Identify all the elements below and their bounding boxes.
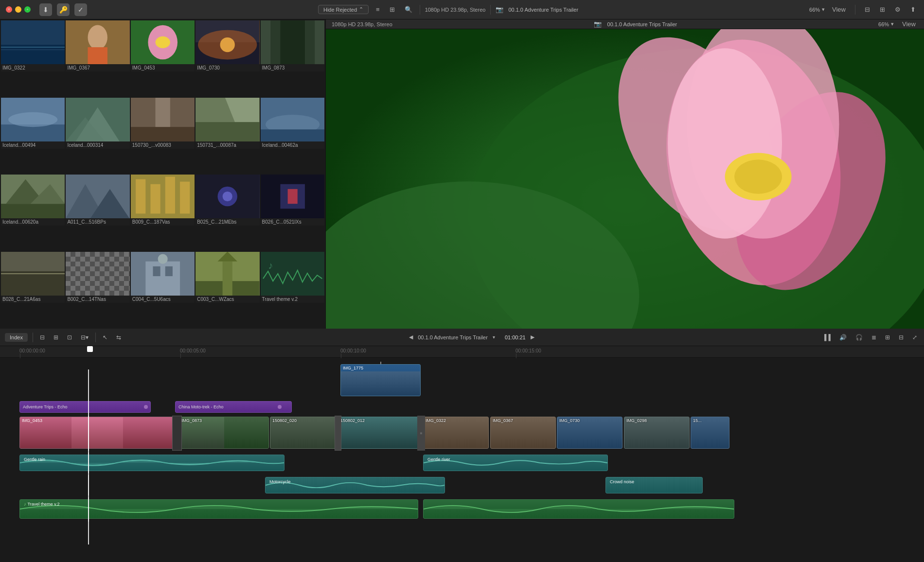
titlebar: ✕ − + ⬇ 🔑 ✓ Hide Rejected ⌃ ≡ ⊞ 🔍 1080p … [0, 0, 924, 19]
ruler-mark-2: 00:00:10:00 [340, 348, 366, 353]
layout-icon[interactable]: ⊞ [877, 5, 888, 14]
video-clip[interactable]: IMG_0453 [19, 417, 175, 449]
video-clip[interactable]: IMG_0873 [179, 417, 269, 449]
zoom-selector[interactable]: 66% ▾ [878, 21, 894, 27]
key-icon[interactable]: 🔑 [57, 3, 70, 16]
list-item[interactable]: B028_C...21A6as [1, 252, 65, 328]
list-item[interactable]: Iceland...00494 [1, 98, 65, 174]
tl-blade-button[interactable]: ⊞ [52, 333, 60, 342]
video-clip[interactable]: 150802_020 [270, 417, 338, 449]
list-item[interactable]: IMG_0730 [195, 20, 259, 97]
tl-nav-next[interactable]: ▶ [531, 334, 534, 340]
video-clip[interactable]: 150802_012 [338, 417, 423, 449]
connected-clip[interactable]: IMG_1775 [340, 364, 421, 396]
list-item[interactable]: Iceland...000314 [66, 98, 129, 174]
list-item[interactable]: B026_C...0521IXs [261, 175, 324, 251]
list-item[interactable]: Iceland...00620a [1, 175, 65, 251]
media-label: IMG_0730 [195, 64, 259, 71]
audio-clip[interactable]: Gentle river [423, 455, 608, 471]
tl-clip-button[interactable]: ⊟ [38, 333, 47, 342]
music-clip[interactable]: ♪ Travel theme v.2 [19, 499, 418, 519]
content-area: IMG_0322 IMG_0367 [0, 19, 924, 329]
zoom-control[interactable]: 66% ▾ [809, 6, 825, 13]
search-button[interactable]: 🔍 [402, 5, 415, 14]
tl-clip-view[interactable]: ⊞ [883, 333, 892, 342]
media-label: B025_C...21MEbs [195, 218, 259, 226]
media-label: B026_C...0521IXs [261, 218, 324, 226]
tl-select-button[interactable]: ↖ [101, 333, 109, 342]
tl-dropdown-button[interactable]: ⊟▾ [79, 333, 90, 342]
media-label: B002_C...14TNas [66, 296, 129, 303]
list-item[interactable]: Iceland...00462a [261, 98, 324, 174]
thumbnail [1, 20, 65, 64]
tl-arrow-button[interactable]: ⊡ [65, 333, 74, 342]
waveform-svg [20, 455, 284, 471]
list-item[interactable]: C004_C...5U6acs [131, 252, 195, 328]
list-item[interactable]: B002_C...14TNas [66, 252, 129, 328]
hide-rejected-label: Hide Rejected [323, 7, 357, 13]
svg-point-19 [8, 112, 57, 126]
tl-headphones[interactable]: 🎧 [853, 333, 865, 342]
tl-dropdown-icon[interactable]: ▾ [493, 334, 495, 340]
list-item[interactable]: IMG_0367 [66, 20, 129, 97]
dropdown-arrow: ⌃ [359, 6, 363, 13]
media-label: Iceland...00494 [1, 141, 65, 149]
connection-line [380, 362, 381, 364]
media-label: C004_C...5U6acs [131, 296, 195, 303]
video-clip[interactable]: IMG_0730 [557, 417, 622, 449]
clip[interactable]: China Moto-trek - Echo [175, 401, 292, 413]
list-item[interactable]: B009_C...187Vas [131, 175, 195, 251]
preview-content: Adventure Trips Live the dream ADVENTURE… [326, 29, 924, 329]
grid-icon[interactable]: ⊟ [862, 5, 872, 14]
thumbnail [66, 252, 129, 296]
audio-clip[interactable]: Crowd noise [605, 477, 703, 493]
music-clip[interactable] [423, 499, 734, 519]
list-item[interactable]: C003_C...WZacs [195, 252, 259, 328]
audio-above-track: Adventure Trips - Echo China Moto-trek -… [0, 399, 924, 415]
clip-label: Gentle rain [21, 456, 48, 463]
list-item[interactable]: 150731_...00087a [195, 98, 259, 174]
tl-trim-button[interactable]: ⇆ [114, 333, 123, 342]
list-item[interactable]: IMG_0873 [261, 20, 324, 97]
list-item[interactable]: IMG_0453 [131, 20, 195, 97]
clip-marker [144, 405, 148, 409]
clip-label: Adventure Trips - Echo [23, 404, 68, 409]
list-item[interactable]: 150730_...v00083 [131, 98, 195, 174]
audio-clip[interactable]: Motorcycle [265, 477, 445, 493]
maximize-button[interactable]: + [24, 6, 31, 13]
hide-rejected-button[interactable]: Hide Rejected ⌃ [318, 5, 369, 14]
share-icon[interactable]: ⬆ [908, 5, 918, 14]
check-icon[interactable]: ✓ [74, 3, 87, 16]
audio-track-2: Motorcycle Crowd noise [0, 475, 924, 495]
audio-clip[interactable]: Gentle rain [19, 455, 284, 471]
format-label: 1080p HD 23.98p, Stereo [332, 21, 392, 27]
list-item[interactable]: B025_C...21MEbs [195, 175, 259, 251]
minimize-button[interactable]: − [15, 6, 21, 13]
video-clip[interactable]: IMG_0298 [624, 417, 690, 449]
index-button[interactable]: Index [5, 333, 28, 342]
list-item[interactable]: ♪ Travel theme v.2 [261, 252, 324, 328]
tl-adjust[interactable]: ≣ [870, 333, 878, 342]
clip[interactable]: Adventure Trips - Echo [19, 401, 151, 413]
library-icon[interactable]: ⬇ [39, 3, 52, 16]
thumbnail [195, 175, 259, 218]
tl-audio-meter[interactable]: ▐▐ [820, 333, 833, 342]
video-clip[interactable]: 15... [691, 417, 729, 449]
list-view-button[interactable]: ≡ [373, 5, 382, 14]
playhead-marker [87, 346, 93, 352]
tl-fullscreen[interactable]: ⤢ [910, 333, 919, 342]
tl-layout[interactable]: ⊟ [897, 333, 906, 342]
view-button[interactable]: View [830, 5, 848, 14]
close-button[interactable]: ✕ [6, 6, 12, 13]
video-clip[interactable]: IMG_0322 [423, 417, 489, 449]
view-button[interactable]: View [900, 19, 918, 29]
filmstrip-view-button[interactable]: ⊞ [387, 5, 397, 14]
list-item[interactable]: IMG_0322 [1, 20, 65, 97]
audio-track-1: Gentle rain Gentle river [0, 453, 924, 473]
tl-nav-prev[interactable]: ◀ [409, 334, 413, 340]
list-item[interactable]: A011_C...516BPs [66, 175, 129, 251]
settings-icon[interactable]: ⚙ [892, 5, 903, 14]
media-browser: IMG_0322 IMG_0367 [0, 19, 326, 329]
tl-volume[interactable]: 🔊 [837, 333, 849, 342]
video-clip[interactable]: IMG_0367 [490, 417, 556, 449]
